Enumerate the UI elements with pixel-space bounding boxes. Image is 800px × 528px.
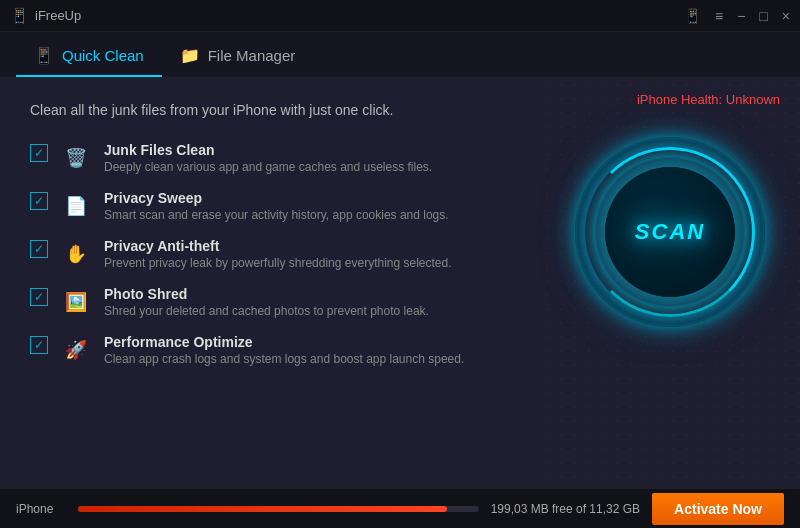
icon-photo-shred: 🖼️ <box>60 286 92 318</box>
iphone-health-label: iPhone Health: <box>637 92 722 107</box>
tabs-bar: 📱 Quick Clean 📁 File Manager <box>0 32 800 78</box>
app-title: iFreeUp <box>35 8 81 23</box>
iphone-health-value: Unknown <box>726 92 780 107</box>
checkbox-junk-files[interactable] <box>30 144 48 162</box>
feature-performance-optimize: 🚀 Performance Optimize Clean app crash l… <box>30 334 510 366</box>
left-panel: Clean all the junk files from your iPhon… <box>0 78 540 488</box>
feature-desc-privacy-sweep: Smart scan and erase your activity histo… <box>104 208 449 222</box>
feature-text-privacy-antitheft: Privacy Anti-theft Prevent privacy leak … <box>104 238 452 270</box>
feature-list: 🗑️ Junk Files Clean Deeply clean various… <box>30 142 510 366</box>
minimize-button[interactable]: − <box>737 8 745 24</box>
feature-title-junk-files: Junk Files Clean <box>104 142 432 158</box>
title-bar: 📱 iFreeUp 📱 ≡ − □ × <box>0 0 800 32</box>
feature-title-performance-optimize: Performance Optimize <box>104 334 464 350</box>
feature-privacy-sweep: 📄 Privacy Sweep Smart scan and erase you… <box>30 190 510 222</box>
checkbox-performance-optimize[interactable] <box>30 336 48 354</box>
tab-quick-clean[interactable]: 📱 Quick Clean <box>16 38 162 77</box>
feature-privacy-antitheft: ✋ Privacy Anti-theft Prevent privacy lea… <box>30 238 510 270</box>
feature-title-privacy-sweep: Privacy Sweep <box>104 190 449 206</box>
app-logo-icon: 📱 <box>10 7 29 25</box>
file-manager-tab-label: File Manager <box>208 47 296 64</box>
feature-text-junk-files: Junk Files Clean Deeply clean various ap… <box>104 142 432 174</box>
icon-performance-optimize: 🚀 <box>60 334 92 366</box>
icon-privacy-antitheft: ✋ <box>60 238 92 270</box>
feature-desc-junk-files: Deeply clean various app and game caches… <box>104 160 432 174</box>
menu-icon[interactable]: ≡ <box>715 8 723 24</box>
feature-photo-shred: 🖼️ Photo Shred Shred your deleted and ca… <box>30 286 510 318</box>
checkbox-privacy-antitheft[interactable] <box>30 240 48 258</box>
scan-container: SCAN <box>575 137 765 327</box>
feature-text-photo-shred: Photo Shred Shred your deleted and cache… <box>104 286 429 318</box>
device-label: iPhone <box>16 502 66 516</box>
close-button[interactable]: × <box>782 8 790 24</box>
main-subtitle: Clean all the junk files from your iPhon… <box>30 102 510 118</box>
icon-privacy-sweep: 📄 <box>60 190 92 222</box>
scan-button-label: SCAN <box>635 219 705 245</box>
iphone-health: iPhone Health: Unknown <box>637 92 780 107</box>
right-panel: iPhone Health: Unknown SCAN <box>540 78 800 488</box>
storage-progress-bar <box>78 506 447 512</box>
feature-title-privacy-antitheft: Privacy Anti-theft <box>104 238 452 254</box>
tab-file-manager[interactable]: 📁 File Manager <box>162 38 314 77</box>
main-content: Clean all the junk files from your iPhon… <box>0 78 800 488</box>
status-bar: iPhone 199,03 MB free of 11,32 GB Activa… <box>0 488 800 528</box>
title-bar-controls: 📱 ≡ − □ × <box>684 8 790 24</box>
quick-clean-tab-label: Quick Clean <box>62 47 144 64</box>
icon-junk-files: 🗑️ <box>60 142 92 174</box>
title-bar-left: 📱 iFreeUp <box>10 7 81 25</box>
storage-text: 199,03 MB free of 11,32 GB <box>491 502 640 516</box>
feature-text-privacy-sweep: Privacy Sweep Smart scan and erase your … <box>104 190 449 222</box>
feature-title-photo-shred: Photo Shred <box>104 286 429 302</box>
feature-desc-photo-shred: Shred your deleted and cached photos to … <box>104 304 429 318</box>
storage-progress-track <box>78 506 479 512</box>
scan-button[interactable]: SCAN <box>605 167 735 297</box>
device-icon[interactable]: 📱 <box>684 8 701 24</box>
checkbox-photo-shred[interactable] <box>30 288 48 306</box>
feature-desc-privacy-antitheft: Prevent privacy leak by powerfully shred… <box>104 256 452 270</box>
activate-now-button[interactable]: Activate Now <box>652 493 784 525</box>
feature-text-performance-optimize: Performance Optimize Clean app crash log… <box>104 334 464 366</box>
quick-clean-tab-icon: 📱 <box>34 46 54 65</box>
file-manager-tab-icon: 📁 <box>180 46 200 65</box>
checkbox-privacy-sweep[interactable] <box>30 192 48 210</box>
feature-junk-files: 🗑️ Junk Files Clean Deeply clean various… <box>30 142 510 174</box>
feature-desc-performance-optimize: Clean app crash logs and system logs and… <box>104 352 464 366</box>
maximize-button[interactable]: □ <box>759 8 767 24</box>
